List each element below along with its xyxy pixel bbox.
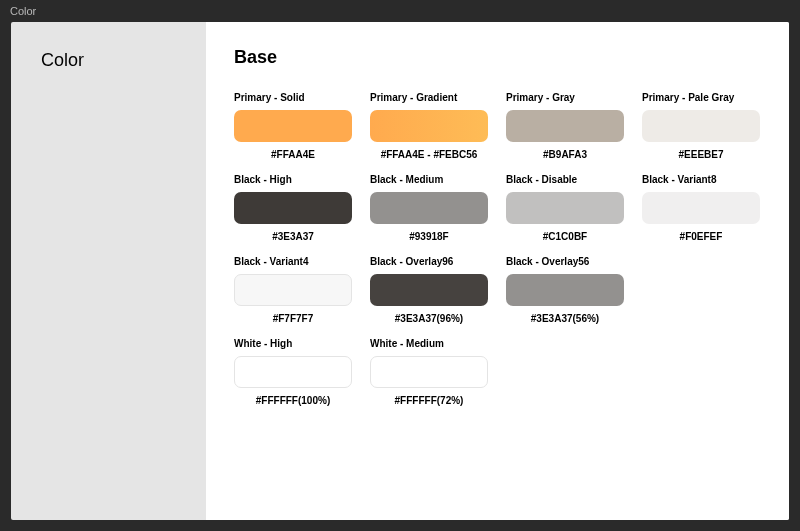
swatch-chip	[370, 274, 488, 306]
swatch-block: Primary - Gradient#FFAA4E - #FEBC56	[370, 92, 488, 160]
swatch-code: #C1C0BF	[506, 231, 624, 242]
swatch-block: Black - Variant8#F0EFEF	[642, 174, 760, 242]
swatch-chip	[234, 356, 352, 388]
swatch-chip	[234, 110, 352, 142]
swatch-chip	[506, 192, 624, 224]
swatch-block: Black - Overlay56#3E3A37(56%)	[506, 256, 624, 324]
swatch-chip	[234, 274, 352, 306]
swatch-block: Black - High#3E3A37	[234, 174, 352, 242]
swatch-code: #3E3A37(96%)	[370, 313, 488, 324]
swatch-label: Primary - Gray	[506, 92, 624, 103]
swatch-chip	[506, 110, 624, 142]
swatch-chip	[370, 110, 488, 142]
topbar-title: Color	[10, 5, 36, 17]
swatch-block: Black - Variant4#F7F7F7	[234, 256, 352, 324]
topbar: Color	[0, 0, 800, 22]
swatch-code: #93918F	[370, 231, 488, 242]
swatch-label: Black - Variant4	[234, 256, 352, 267]
swatch-label: Primary - Solid	[234, 92, 352, 103]
sidebar-title: Color	[41, 50, 206, 71]
swatch-grid: Primary - Solid#FFAA4EPrimary - Gradient…	[234, 92, 769, 406]
sidebar: Color	[11, 22, 206, 520]
swatch-chip	[506, 274, 624, 306]
section-title: Base	[234, 47, 769, 68]
swatch-label: Black - Overlay56	[506, 256, 624, 267]
swatch-chip	[370, 356, 488, 388]
swatch-code: #F0EFEF	[642, 231, 760, 242]
swatch-code: #3E3A37(56%)	[506, 313, 624, 324]
swatch-label: Black - Medium	[370, 174, 488, 185]
swatch-label: Black - High	[234, 174, 352, 185]
swatch-block: Black - Overlay96#3E3A37(96%)	[370, 256, 488, 324]
swatch-code: #FFAA4E - #FEBC56	[370, 149, 488, 160]
content-area: Color Base Primary - Solid#FFAA4EPrimary…	[11, 22, 789, 520]
swatch-block: Primary - Pale Gray#EEEBE7	[642, 92, 760, 160]
swatch-label: White - High	[234, 338, 352, 349]
swatch-block: White - High#FFFFFF(100%)	[234, 338, 352, 406]
swatch-block: Black - Medium#93918F	[370, 174, 488, 242]
swatch-block: Primary - Gray#B9AFA3	[506, 92, 624, 160]
swatch-label: Black - Variant8	[642, 174, 760, 185]
swatch-chip	[642, 192, 760, 224]
swatch-label: Black - Disable	[506, 174, 624, 185]
swatch-label: Primary - Pale Gray	[642, 92, 760, 103]
app-frame: Color Color Base Primary - Solid#FFAA4EP…	[0, 0, 800, 531]
swatch-block: Black - Disable#C1C0BF	[506, 174, 624, 242]
swatch-code: #B9AFA3	[506, 149, 624, 160]
swatch-chip	[642, 110, 760, 142]
swatch-code: #3E3A37	[234, 231, 352, 242]
swatch-code: #EEEBE7	[642, 149, 760, 160]
swatch-label: White - Medium	[370, 338, 488, 349]
swatch-chip	[370, 192, 488, 224]
swatch-code: #FFAA4E	[234, 149, 352, 160]
swatch-chip	[234, 192, 352, 224]
swatch-block: Primary - Solid#FFAA4E	[234, 92, 352, 160]
swatch-code: #FFFFFF(72%)	[370, 395, 488, 406]
swatch-label: Primary - Gradient	[370, 92, 488, 103]
swatch-block: White - Medium#FFFFFF(72%)	[370, 338, 488, 406]
swatch-code: #F7F7F7	[234, 313, 352, 324]
main-panel: Base Primary - Solid#FFAA4EPrimary - Gra…	[206, 22, 789, 520]
swatch-label: Black - Overlay96	[370, 256, 488, 267]
swatch-code: #FFFFFF(100%)	[234, 395, 352, 406]
